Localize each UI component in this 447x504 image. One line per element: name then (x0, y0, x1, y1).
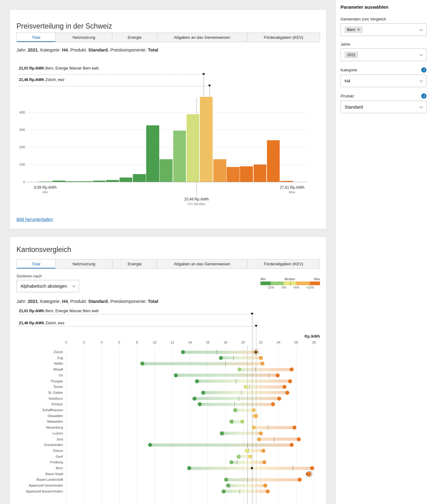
label-jahr: Jahr: (16, 47, 28, 52)
value-produkt: Standard (88, 47, 108, 52)
kategorie-select[interactable]: H4 (341, 74, 427, 87)
canton-max-dot (290, 367, 294, 371)
info-icon[interactable]: i (421, 67, 427, 73)
info-icon[interactable]: i (421, 93, 427, 99)
canton-median-tick (234, 402, 235, 407)
chip-2021[interactable]: 2021 (345, 52, 358, 58)
canton-label: Nidwalden (10, 419, 63, 424)
gridline-x (190, 346, 190, 504)
label-jahr: Jahr: (16, 299, 28, 304)
annotation-ewz-value: 21,46 Rp./kWh (19, 78, 44, 82)
canton-median-tick (255, 367, 256, 372)
canton-range-band (203, 391, 287, 394)
produkt-select[interactable]: Standard (341, 101, 427, 113)
tab-abgaben-an-das-gemeinwesen[interactable]: Abgaben an das Gemeinwesen (157, 33, 247, 42)
sort-dropdown[interactable]: Alphabetisch absteigen (16, 280, 79, 292)
annotation-ewb: 21,01 Rp./kWhBern, Energie Wasser Bern e… (19, 309, 98, 313)
jahre-select[interactable]: 2021 (341, 48, 427, 61)
legend-median-tick (290, 281, 291, 286)
download-image-link[interactable]: Bild herunterladen (16, 217, 53, 222)
sidebar-title: Parameter auswählen (341, 4, 427, 10)
histogram-bar (39, 182, 52, 182)
gridline-x (119, 346, 120, 504)
value-produkt: Standard (88, 299, 108, 304)
canton-median-tick (233, 419, 233, 424)
canton-range-band (246, 385, 285, 389)
histogram-bar (120, 178, 133, 182)
canton-median-tick (255, 414, 256, 418)
tab-f-rderabgaben-kev-[interactable]: Förderabgaben (KEV) (247, 259, 320, 268)
chip-label: Bern (347, 28, 355, 32)
ytick-label: 200 (13, 145, 25, 149)
tab-netznutzung[interactable]: Netznutzung (56, 33, 112, 42)
canton-label: Basel-Landschaft (10, 477, 63, 482)
canton-max-dot (310, 466, 314, 470)
canton-min-dot (245, 449, 249, 453)
value-komponente: Total (148, 47, 158, 52)
canton-comparison-card: Kantonsvergleich TotalNetznutzungEnergie… (9, 236, 327, 504)
canton-max-dot (285, 391, 289, 395)
gridline-x (243, 346, 243, 504)
canton-median-tick (241, 390, 242, 395)
canton-min-dot (192, 397, 196, 401)
gridline-x (172, 346, 173, 504)
canton-median-tick (268, 425, 268, 430)
field-produkt: Produkt i Standard (341, 93, 427, 113)
canton-label: Jura (10, 437, 63, 441)
tab-energie[interactable]: Energie (112, 259, 157, 268)
canton-max-dot (276, 373, 280, 377)
legend-pct: +15% (306, 286, 314, 289)
gemeinden-select[interactable]: Bern ✕ (341, 23, 427, 36)
ch-median-line (247, 346, 248, 504)
legend-max-label: Max (314, 277, 320, 281)
close-icon[interactable]: ✕ (357, 28, 360, 32)
canton-label: St. Gallen (10, 390, 63, 395)
tab-total[interactable]: Total (17, 33, 56, 42)
canton-label: Schwyz (10, 402, 63, 406)
legend-median-label: Median (284, 277, 295, 281)
canton-min-dot (229, 420, 233, 424)
color-legend: Min Median Max -15% -5% +5% +15% (260, 277, 320, 290)
label-kategorie: , Kategorie: (38, 47, 62, 52)
gridline-y (27, 147, 308, 147)
canton-label: Bern (10, 466, 63, 470)
marker-down-icon (202, 73, 205, 75)
tab-netznutzung[interactable]: Netznutzung (56, 259, 112, 268)
canton-range-band (150, 443, 292, 447)
canton-min-dot (140, 362, 144, 366)
tab-f-rderabgaben-kev-[interactable]: Förderabgaben (KEV) (247, 33, 320, 42)
xtick-label: 12 (168, 340, 177, 344)
marker-down-icon (255, 325, 258, 327)
canton-range-band (232, 420, 242, 423)
canton-min-dot (226, 484, 230, 488)
canton-median-tick (230, 483, 230, 488)
canton-range-band (221, 356, 261, 359)
canton-label: Schaffhausen (10, 408, 63, 412)
tab-energie[interactable]: Energie (112, 33, 157, 42)
chevron-down-icon (419, 27, 423, 31)
canton-max-dot (261, 449, 265, 453)
canton-label: Graubünden (10, 443, 63, 447)
canton-min-dot (219, 356, 223, 360)
canton-label: Waadt (10, 367, 63, 371)
annotation-ewz-label: Zürich, ewz (45, 78, 64, 82)
legend-pct: -15% (267, 286, 274, 289)
tab-total[interactable]: Total (17, 259, 56, 268)
canton-min-dot (306, 472, 310, 476)
value-jahr: 2021 (28, 47, 38, 52)
xtick-label: 4 (97, 340, 106, 344)
chip-bern[interactable]: Bern ✕ (345, 26, 363, 33)
legend-pct: +5% (293, 286, 299, 289)
axis-max-sublabel: Max (277, 190, 308, 194)
select-value: Standard (345, 105, 363, 110)
canton-max-dot (307, 472, 311, 476)
marker-down-icon (208, 85, 211, 87)
tab-abgaben-an-das-gemeinwesen[interactable]: Abgaben an das Gemeinwesen (157, 259, 247, 268)
canton-range-band (194, 397, 279, 400)
canton-label: Tessin (10, 385, 63, 389)
annotation-vline (204, 76, 204, 97)
canton-range-band (197, 380, 290, 383)
xtick-label: 28 (309, 340, 318, 344)
annotation-vline (256, 327, 256, 504)
chevron-down-icon (419, 105, 423, 108)
